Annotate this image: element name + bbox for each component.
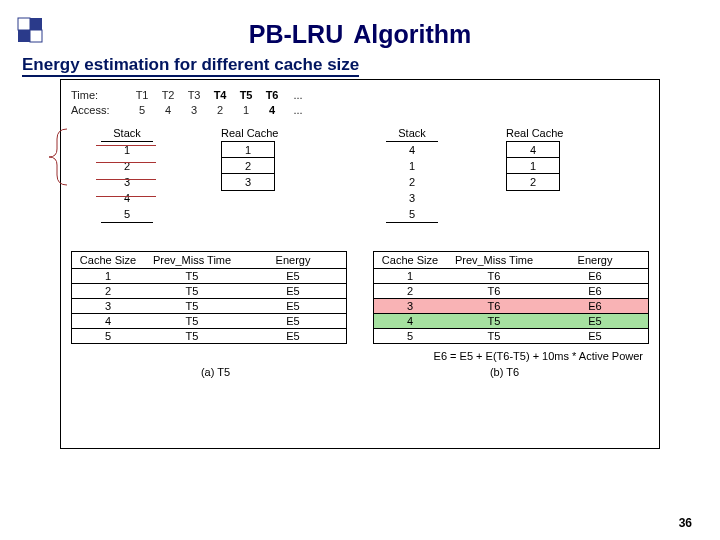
real-header-right: Real Cache: [506, 127, 563, 139]
brace-annotation: [47, 127, 69, 177]
diagram-frame: Time: T1T2T3T4T5T6... Access: 543214... …: [60, 79, 660, 449]
corner-decoration: [10, 10, 50, 50]
energy-tables: Cache SizePrev_Miss TimeEnergy 1T5E52T5E…: [71, 251, 649, 344]
energy-formula: E6 = E5 + E(T6-T5) + 10ms * Active Power: [71, 350, 643, 362]
page-number: 36: [679, 516, 692, 530]
stack-header-right: Stack: [386, 127, 438, 139]
svg-rect-1: [18, 30, 30, 42]
panel-labels: (a) T5 (b) T6: [71, 366, 649, 378]
panel-label-a: (a) T5: [201, 366, 230, 378]
energy-table-left: Cache SizePrev_Miss TimeEnergy 1T5E52T5E…: [71, 251, 347, 344]
right-stack: 41235: [386, 141, 438, 223]
svg-rect-2: [30, 18, 42, 30]
svg-rect-3: [30, 30, 42, 42]
access-row: Access: 543214...: [71, 103, 649, 118]
time-access-header: Time: T1T2T3T4T5T6... Access: 543214...: [71, 88, 649, 119]
slide-title: PB-LRUAlgorithm: [0, 20, 720, 49]
title-word-2: Algorithm: [353, 20, 471, 48]
title-word-1: PB-LRU: [249, 20, 343, 48]
real-header-left: Real Cache: [221, 127, 278, 139]
svg-rect-0: [18, 18, 30, 30]
cache-columns: Stack 12345 Real Cache 123 Stack 41235 R…: [71, 127, 649, 247]
stack-header-left: Stack: [101, 127, 153, 139]
left-stack: 12345: [101, 141, 153, 223]
panel-label-b: (b) T6: [490, 366, 519, 378]
right-real-cache: 412: [506, 141, 560, 191]
slide-subtitle: Energy estimation for different cache si…: [22, 55, 720, 75]
left-real-cache: 123: [221, 141, 275, 191]
energy-table-right: Cache SizePrev_Miss TimeEnergy 1T6E62T6E…: [373, 251, 649, 344]
time-row: Time: T1T2T3T4T5T6...: [71, 88, 649, 103]
